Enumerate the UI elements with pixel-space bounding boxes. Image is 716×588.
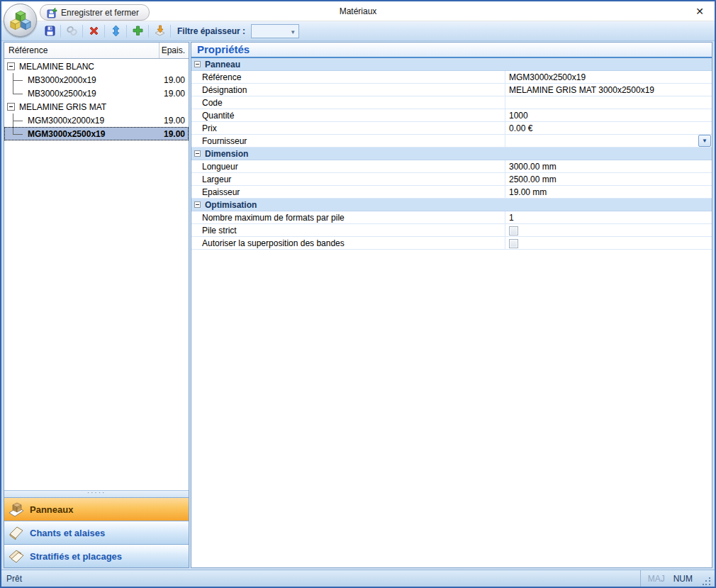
collapse-icon[interactable] [7, 62, 15, 70]
link-icon [66, 25, 78, 37]
property-value-largeur[interactable]: 2500.00 mm [505, 173, 712, 185]
property-row: Nombre maximum de formats par pile 1 [191, 211, 712, 224]
collapse-icon[interactable] [194, 61, 201, 67]
column-header-reference[interactable]: Référence [4, 43, 159, 58]
property-label: Référence [191, 71, 505, 83]
property-row: Epaisseur 19.00 mm [191, 186, 712, 199]
toolbar: Filtre épaisseur : ▼ [1, 21, 715, 41]
save-close-label: Enregistrer et fermer [61, 8, 139, 18]
property-row: Largeur 2500.00 mm [191, 173, 712, 186]
collapse-icon[interactable] [194, 201, 201, 208]
property-grid: Panneau Référence MGM3000x2500x19 Désign… [191, 58, 712, 567]
tree-body: MELAMINE BLANC MB3000x2000x19 19.00 MB30… [4, 59, 189, 490]
status-bar: Prêt MAJ NUM [1, 570, 715, 587]
property-label: Epaisseur [191, 186, 505, 198]
column-header-thickness[interactable]: Epais. [159, 43, 189, 58]
link-button[interactable] [63, 23, 80, 39]
property-row: Référence MGM3000x2500x19 [191, 71, 712, 84]
move-up-down-button[interactable] [107, 23, 124, 39]
tree-item[interactable]: MB3000x2500x19 19.00 [4, 87, 189, 100]
laminates-icon [8, 548, 25, 564]
edge-band-icon [8, 525, 25, 540]
property-row: Code [191, 96, 712, 109]
property-label: Pile strict [191, 224, 505, 236]
nav-label: Panneaux [30, 504, 73, 515]
property-label: Largeur [191, 173, 505, 185]
nav-item-chants-et-alaises[interactable]: Chants et alaises [4, 521, 189, 544]
item-ref: MB3000x2500x19 [28, 89, 96, 99]
property-value-code[interactable] [505, 96, 712, 109]
item-thickness: 19.00 [156, 129, 189, 139]
keyboard-indicators: MAJ NUM [640, 570, 715, 587]
property-label: Quantité [191, 109, 505, 121]
nav-label: Stratifiés et placages [30, 551, 122, 562]
toolbar-separator [104, 25, 105, 38]
item-ref: MB3000x2000x19 [28, 75, 96, 85]
tree-item[interactable]: MGM3000x2000x19 19.00 [4, 113, 189, 127]
save-button[interactable] [41, 23, 58, 39]
property-label: Code [191, 96, 505, 109]
tree-group-melamine-blanc[interactable]: MELAMINE BLANC [4, 60, 189, 73]
nav-item-stratifies-et-placages[interactable]: Stratifiés et placages [4, 544, 189, 567]
add-button[interactable] [129, 23, 146, 39]
properties-title: Propriétés [191, 43, 712, 58]
property-value-quantite[interactable]: 1000 [505, 109, 712, 121]
property-label: Nombre maximum de formats par pile [191, 211, 505, 223]
property-row: Prix 0.00 € [191, 122, 712, 135]
property-value-formats-par-pile[interactable]: 1 [505, 211, 712, 223]
chevron-down-icon: ▼ [290, 29, 296, 35]
nav-item-panneaux[interactable]: Panneaux [4, 497, 189, 521]
superposition-bandes-checkbox[interactable] [509, 239, 518, 248]
collapse-icon[interactable] [194, 150, 201, 157]
property-value-designation[interactable]: MELAMINE GRIS MAT 3000x2500x19 [505, 84, 712, 96]
panels-icon [8, 501, 25, 517]
property-row: Longueur 3000.00 mm [191, 160, 712, 173]
tree-header: Référence Epais. [4, 43, 189, 59]
tree-item[interactable]: MB3000x2000x19 19.00 [4, 73, 189, 87]
group-label: MELAMINE GRIS MAT [19, 102, 106, 112]
tree-group-melamine-gris-mat[interactable]: MELAMINE GRIS MAT [4, 100, 189, 113]
collapse-icon[interactable] [7, 103, 15, 111]
tree-item-selected[interactable]: MGM3000x2500x19 19.00 [4, 127, 189, 140]
import-button[interactable] [151, 23, 168, 39]
cubes-logo-icon [7, 7, 34, 34]
property-label: Prix [191, 122, 505, 134]
toolbar-separator [170, 25, 171, 38]
delete-icon [88, 25, 100, 37]
save-close-icon [46, 7, 57, 18]
filter-thickness-combobox[interactable]: ▼ [251, 24, 299, 38]
toolbar-separator [82, 25, 83, 38]
move-up-down-icon [110, 25, 122, 37]
property-value-reference[interactable]: MGM3000x2500x19 [505, 71, 712, 83]
app-menu-button[interactable] [4, 4, 37, 37]
item-thickness: 19.00 [156, 89, 189, 99]
property-row: Pile strict [191, 224, 712, 237]
section-panneau[interactable]: Panneau [191, 58, 712, 71]
save-and-close-button[interactable]: Enregistrer et fermer [40, 4, 150, 21]
property-label: Autoriser la superposition des bandes [191, 237, 505, 249]
property-value-longueur[interactable]: 3000.00 mm [505, 160, 712, 172]
section-optimisation[interactable]: Optimisation [191, 199, 712, 211]
toolbar-separator [126, 25, 127, 38]
delete-button[interactable] [85, 23, 102, 39]
resize-grip[interactable] [703, 577, 712, 587]
section-dimension[interactable]: Dimension [191, 148, 712, 160]
property-label: Longueur [191, 160, 505, 172]
item-thickness: 19.00 [156, 116, 189, 126]
import-icon [154, 25, 166, 37]
property-label: Désignation [191, 84, 505, 96]
item-ref: MGM3000x2500x19 [28, 129, 105, 139]
property-row: Désignation MELAMINE GRIS MAT 3000x2500x… [191, 84, 712, 96]
pile-strict-checkbox[interactable] [509, 226, 518, 235]
property-value-fournisseur[interactable]: ▼ [505, 135, 712, 147]
nav-splitter-handle[interactable]: ····· [4, 490, 189, 497]
property-row: Fournisseur ▼ [191, 135, 712, 148]
property-value-prix[interactable]: 0.00 € [505, 122, 712, 134]
property-value-pile-strict [505, 224, 712, 236]
item-thickness: 19.00 [156, 75, 189, 85]
item-ref: MGM3000x2000x19 [28, 116, 104, 126]
property-value-epaisseur[interactable]: 19.00 mm [505, 186, 712, 198]
supplier-dropdown-button[interactable]: ▼ [698, 135, 711, 147]
save-icon [44, 25, 56, 37]
close-button[interactable]: ✕ [690, 3, 709, 20]
